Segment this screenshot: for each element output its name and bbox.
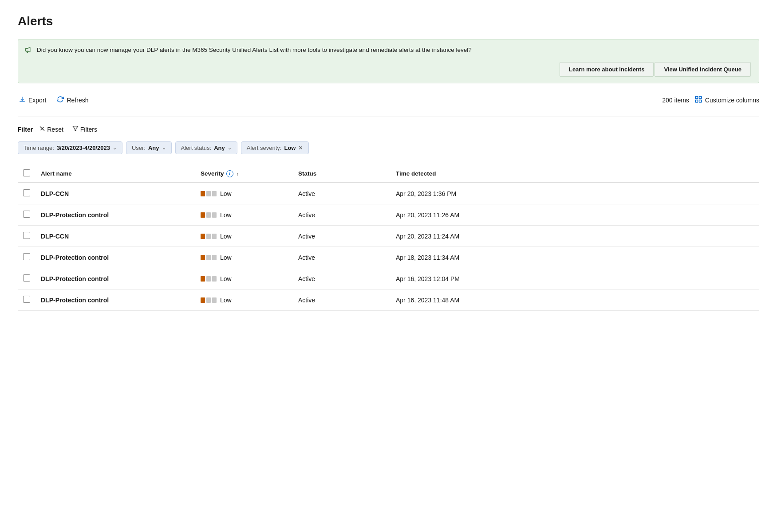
alert-name-link[interactable]: DLP-Protection control <box>41 254 109 261</box>
status-text: Active <box>298 254 315 261</box>
severity-text: Low <box>220 297 232 304</box>
chip-arrow-icon[interactable]: ⌄ <box>113 145 117 151</box>
row-checkbox-cell <box>18 183 35 204</box>
row-severity-cell: Low <box>195 204 293 226</box>
row-checkbox[interactable] <box>23 274 30 282</box>
alerts-table: Alert name Severity i ↑ Status Time dete… <box>18 165 759 311</box>
row-checkbox[interactable] <box>23 232 30 239</box>
col-status-label: Status <box>298 170 316 177</box>
row-time-cell: Apr 20, 2023 1:36 PM <box>390 183 759 204</box>
info-banner: Did you know you can now manage your DLP… <box>18 39 759 83</box>
alert-name-link[interactable]: DLP-CCN <box>41 190 69 197</box>
col-time-label: Time detected <box>396 170 436 177</box>
row-checkbox-cell <box>18 268 35 289</box>
view-queue-button[interactable]: View Unified Incident Queue <box>655 62 751 77</box>
filter-label: Filter <box>18 126 33 133</box>
page-title: Alerts <box>18 14 759 28</box>
filters-button[interactable]: Filters <box>70 124 100 134</box>
row-status-cell: Active <box>293 289 390 311</box>
time-text: Apr 20, 2023 1:36 PM <box>396 190 456 197</box>
svg-marker-6 <box>73 126 78 131</box>
row-time-cell: Apr 16, 2023 11:48 AM <box>390 289 759 311</box>
alert-name-link[interactable]: DLP-Protection control <box>41 297 109 304</box>
svg-rect-0 <box>695 96 698 98</box>
severity-info-icon[interactable]: i <box>226 170 233 177</box>
status-text: Active <box>298 275 315 282</box>
row-severity-cell: Low <box>195 268 293 289</box>
severity-bars <box>201 297 217 303</box>
row-checkbox[interactable] <box>23 211 30 218</box>
row-severity-cell: Low <box>195 226 293 247</box>
refresh-label: Refresh <box>67 97 88 104</box>
row-time-cell: Apr 20, 2023 11:26 AM <box>390 204 759 226</box>
severity-bar-3 <box>212 276 217 282</box>
status-text: Active <box>298 297 315 304</box>
status-text: Active <box>298 190 315 197</box>
chip-arrow-icon[interactable]: ⌄ <box>162 145 166 151</box>
table-row: DLP-Protection control Low Active Apr 18… <box>18 247 759 268</box>
time-text: Apr 16, 2023 12:04 PM <box>396 275 460 282</box>
row-severity-cell: Low <box>195 289 293 311</box>
time-text: Apr 20, 2023 11:24 AM <box>396 233 459 240</box>
banner-text: Did you know you can now manage your DLP… <box>37 46 472 55</box>
table-row: DLP-Protection control Low Active Apr 16… <box>18 289 759 311</box>
reset-button[interactable]: Reset <box>36 124 66 134</box>
customize-icon <box>694 95 702 105</box>
severity-bar-3 <box>212 234 217 239</box>
severity-bar-1 <box>201 255 205 260</box>
header-checkbox[interactable] <box>23 169 30 176</box>
learn-more-button[interactable]: Learn more about incidents <box>560 62 654 77</box>
alert-name-link[interactable]: DLP-Protection control <box>41 211 109 219</box>
chip-close-icon[interactable]: ✕ <box>298 145 303 151</box>
severity-bars <box>201 255 217 260</box>
filters-icon <box>72 125 79 133</box>
severity-bar-3 <box>212 212 217 218</box>
time-text: Apr 16, 2023 11:48 AM <box>396 297 459 304</box>
row-time-cell: Apr 16, 2023 12:04 PM <box>390 268 759 289</box>
time-text: Apr 20, 2023 11:26 AM <box>396 211 459 219</box>
severity-sort-icon[interactable]: ↑ <box>237 171 239 176</box>
table-row: DLP-Protection control Low Active Apr 20… <box>18 204 759 226</box>
row-status-cell: Active <box>293 226 390 247</box>
alert-name-link[interactable]: DLP-Protection control <box>41 275 109 282</box>
row-checkbox[interactable] <box>23 253 30 260</box>
severity-text: Low <box>220 275 232 282</box>
row-alert-name-cell: DLP-Protection control <box>35 247 195 268</box>
table-row: DLP-Protection control Low Active Apr 16… <box>18 268 759 289</box>
col-header-status: Status <box>293 165 390 183</box>
chip-arrow-icon[interactable]: ⌄ <box>228 145 232 151</box>
chip-value: Low <box>284 145 296 151</box>
row-severity-cell: Low <box>195 247 293 268</box>
row-checkbox-cell <box>18 204 35 226</box>
toolbar: Export Refresh 200 items Customize colum… <box>18 94 759 110</box>
banner-icon <box>24 46 32 56</box>
status-text: Active <box>298 211 315 219</box>
severity-text: Low <box>220 233 232 240</box>
table-row: DLP-CCN Low Active Apr 20, 2023 11:24 AM <box>18 226 759 247</box>
toolbar-divider <box>18 117 759 117</box>
chip-alert-status[interactable]: Alert status: Any ⌄ <box>175 141 237 154</box>
severity-bar-2 <box>206 234 211 239</box>
reset-label: Reset <box>47 126 63 133</box>
severity-bars <box>201 212 217 218</box>
row-status-cell: Active <box>293 204 390 226</box>
refresh-button[interactable]: Refresh <box>56 94 89 106</box>
severity-bar-1 <box>201 276 205 282</box>
customize-columns-button[interactable]: Customize columns <box>694 95 759 105</box>
severity-bar-2 <box>206 255 211 260</box>
row-time-cell: Apr 20, 2023 11:24 AM <box>390 226 759 247</box>
chip-alert-severity[interactable]: Alert severity: Low ✕ <box>241 141 309 154</box>
row-checkbox[interactable] <box>23 189 30 196</box>
chip-user[interactable]: User: Any ⌄ <box>126 141 172 154</box>
export-button[interactable]: Export <box>18 94 47 106</box>
chip-time-range[interactable]: Time range: 3/20/2023-4/20/2023 ⌄ <box>18 141 122 154</box>
severity-bar-3 <box>212 255 217 260</box>
status-text: Active <box>298 233 315 240</box>
row-time-cell: Apr 18, 2023 11:34 AM <box>390 247 759 268</box>
chip-label: Time range: <box>24 145 54 151</box>
row-checkbox[interactable] <box>23 296 30 303</box>
col-header-check <box>18 165 35 183</box>
row-alert-name-cell: DLP-CCN <box>35 183 195 204</box>
alert-name-link[interactable]: DLP-CCN <box>41 233 69 240</box>
severity-bars <box>201 276 217 282</box>
